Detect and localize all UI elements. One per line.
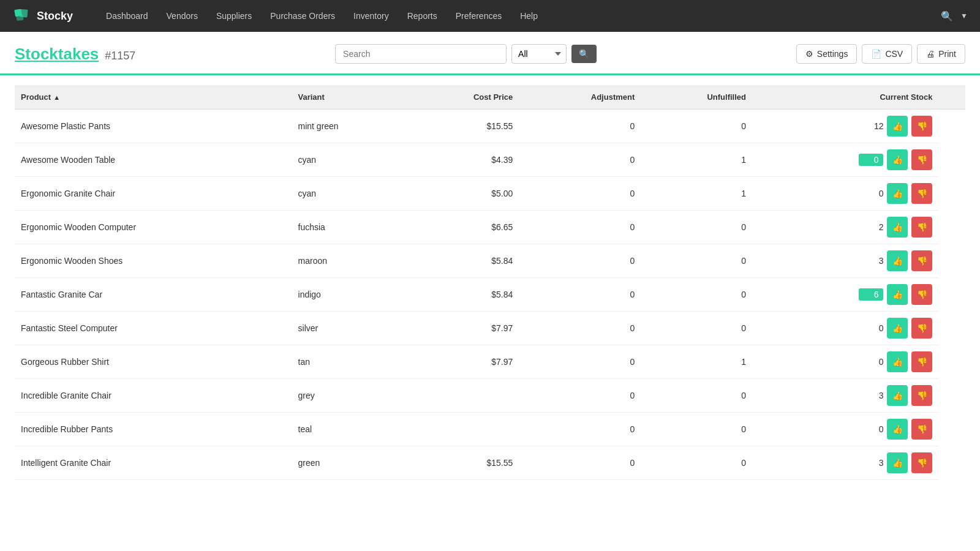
search-button[interactable]: 🔍 xyxy=(571,45,597,63)
thumb-down-button[interactable]: 👎 xyxy=(911,116,932,137)
header-controls: AllActiveInactive 🔍 xyxy=(145,44,786,64)
thumb-down-button[interactable]: 👎 xyxy=(911,452,932,473)
cell-cost-price: $7.97 xyxy=(407,312,519,345)
thumb-up-button[interactable]: 👍 xyxy=(887,183,908,204)
cell-current-stock: 0👍👎 xyxy=(752,345,938,379)
table-row: Ergonomic Wooden Shoesmaroon$5.84003👍👎 xyxy=(15,244,965,278)
cell-variant: tan xyxy=(292,345,407,379)
csv-icon: 📄 xyxy=(871,49,881,59)
stock-value: 0 xyxy=(859,424,883,434)
page-header: Stocktakes #1157 AllActiveInactive 🔍 ⚙ S… xyxy=(0,32,980,75)
navbar-link-preferences[interactable]: Preferences xyxy=(447,7,510,24)
thumb-down-button[interactable]: 👎 xyxy=(911,250,932,271)
header-actions: ⚙ Settings 📄 CSV 🖨 Print xyxy=(796,44,965,64)
thumb-up-button[interactable]: 👍 xyxy=(887,318,908,339)
thumb-up-button[interactable]: 👍 xyxy=(887,452,908,473)
page-subtitle: #1157 xyxy=(105,50,135,62)
cell-variant: indigo xyxy=(292,278,407,312)
table-row: Intelligent Granite Chairgreen$15.55003👍… xyxy=(15,446,965,480)
cell-product: Fantastic Granite Car xyxy=(15,278,292,312)
nav-dropdown-icon[interactable]: ▼ xyxy=(960,12,968,20)
cell-current-stock: 0👍👎 xyxy=(752,143,938,177)
stock-value: 3 xyxy=(859,256,883,266)
navbar-link-purchase-orders[interactable]: Purchase Orders xyxy=(262,7,344,24)
stock-value: 0 xyxy=(859,323,883,333)
thumb-down-button[interactable]: 👎 xyxy=(911,284,932,305)
thumb-down-button[interactable]: 👎 xyxy=(911,183,932,204)
table-row: Ergonomic Wooden Computerfuchsia$6.65002… xyxy=(15,211,965,244)
cell-product: Awesome Plastic Pants xyxy=(15,110,292,143)
col-header-product[interactable]: Product▲ xyxy=(15,85,292,110)
page-title: Stocktakes xyxy=(15,45,99,64)
thumb-up-button[interactable]: 👍 xyxy=(887,250,908,271)
logo[interactable]: Stocky xyxy=(12,6,73,26)
thumb-up-button[interactable]: 👍 xyxy=(887,351,908,372)
stock-value: 3 xyxy=(859,458,883,468)
thumb-up-button[interactable]: 👍 xyxy=(887,284,908,305)
cell-cost-price: $15.55 xyxy=(407,110,519,143)
table-row: Incredible Rubber Pantsteal000👍👎 xyxy=(15,413,965,446)
cell-current-stock: 3👍👎 xyxy=(752,244,938,278)
cell-current-stock: 0👍👎 xyxy=(752,413,938,446)
cell-adjustment: 0 xyxy=(519,345,641,379)
cell-cost-price: $15.55 xyxy=(407,446,519,480)
thumb-up-button[interactable]: 👍 xyxy=(887,149,908,170)
navbar-link-reports[interactable]: Reports xyxy=(399,7,446,24)
col-header-current_stock: Current Stock xyxy=(752,85,938,110)
page-title-group: Stocktakes #1157 xyxy=(15,45,135,64)
search-input[interactable] xyxy=(335,44,507,64)
stock-value: 6 xyxy=(859,288,883,301)
navbar-right: 🔍 ▼ xyxy=(941,10,968,22)
col-header-actions xyxy=(938,85,965,110)
thumb-down-button[interactable]: 👎 xyxy=(911,149,932,170)
settings-button[interactable]: ⚙ Settings xyxy=(796,44,858,64)
cell-variant: green xyxy=(292,446,407,480)
csv-label: CSV xyxy=(885,49,903,59)
cell-current-stock: 6👍👎 xyxy=(752,278,938,312)
table-row: Incredible Granite Chairgrey003👍👎 xyxy=(15,379,965,413)
cell-unfulfilled: 0 xyxy=(641,278,752,312)
thumb-up-button[interactable]: 👍 xyxy=(887,419,908,440)
col-header-unfulfilled: Unfulfilled xyxy=(641,85,752,110)
cell-product: Incredible Granite Chair xyxy=(15,379,292,413)
cell-adjustment: 0 xyxy=(519,143,641,177)
csv-button[interactable]: 📄 CSV xyxy=(862,44,912,64)
cell-current-stock: 2👍👎 xyxy=(752,211,938,244)
cell-current-stock: 0👍👎 xyxy=(752,312,938,345)
cell-product: Incredible Rubber Pants xyxy=(15,413,292,446)
col-header-adjustment: Adjustment xyxy=(519,85,641,110)
cell-cost-price: $6.65 xyxy=(407,211,519,244)
print-icon: 🖨 xyxy=(926,49,935,59)
thumb-down-button[interactable]: 👎 xyxy=(911,351,932,372)
stock-value: 0 xyxy=(859,189,883,198)
navbar-link-inventory[interactable]: Inventory xyxy=(345,7,398,24)
col-header-variant: Variant xyxy=(292,85,407,110)
thumb-down-button[interactable]: 👎 xyxy=(911,419,932,440)
cell-adjustment: 0 xyxy=(519,446,641,480)
cell-variant: maroon xyxy=(292,244,407,278)
thumb-up-button[interactable]: 👍 xyxy=(887,116,908,137)
stock-value: 3 xyxy=(859,391,883,400)
navbar-link-vendors[interactable]: Vendors xyxy=(158,7,206,24)
filter-select[interactable]: AllActiveInactive xyxy=(511,44,567,64)
table-row: Gorgeous Rubber Shirttan$7.97010👍👎 xyxy=(15,345,965,379)
print-button[interactable]: 🖨 Print xyxy=(917,44,965,64)
thumb-down-button[interactable]: 👎 xyxy=(911,217,932,238)
cell-adjustment: 0 xyxy=(519,278,641,312)
thumb-down-button[interactable]: 👎 xyxy=(911,385,932,406)
nav-search-icon[interactable]: 🔍 xyxy=(941,10,953,22)
thumb-up-button[interactable]: 👍 xyxy=(887,385,908,406)
cell-cost-price: $5.00 xyxy=(407,177,519,211)
cell-cost-price: $5.84 xyxy=(407,244,519,278)
navbar-link-help[interactable]: Help xyxy=(511,7,546,24)
navbar-link-dashboard[interactable]: Dashboard xyxy=(97,7,157,24)
thumb-down-button[interactable]: 👎 xyxy=(911,318,932,339)
cell-cost-price: $7.97 xyxy=(407,345,519,379)
navbar-link-suppliers[interactable]: Suppliers xyxy=(208,7,260,24)
cell-unfulfilled: 1 xyxy=(641,177,752,211)
logo-text: Stocky xyxy=(37,10,73,23)
cell-unfulfilled: 0 xyxy=(641,379,752,413)
cell-variant: cyan xyxy=(292,177,407,211)
thumb-up-button[interactable]: 👍 xyxy=(887,217,908,238)
stock-value: 2 xyxy=(859,222,883,232)
